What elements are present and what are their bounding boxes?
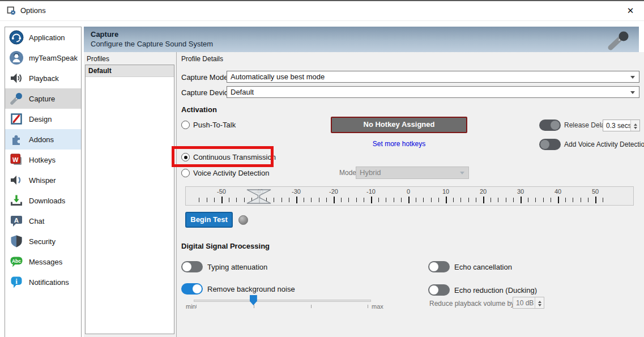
- meter-tick: [289, 198, 289, 202]
- meter-tick: [244, 198, 245, 202]
- spin-down-icon: [538, 304, 541, 308]
- meter-tick: [506, 198, 506, 202]
- capture-mode-value: Automatically use best mode: [231, 72, 325, 81]
- echo-cancellation-label: Echo cancellation: [454, 263, 512, 271]
- echo-cancellation-toggle[interactable]: [428, 261, 450, 272]
- echo-reduction-toggle[interactable]: [428, 284, 450, 296]
- page-header: Capture Configure the Capture Sound Syst…: [84, 27, 639, 52]
- sidebar-item-security[interactable]: Security: [5, 231, 81, 251]
- voice-activity-detection-radio[interactable]: [181, 169, 190, 177]
- spinner-arrows[interactable]: [535, 297, 544, 308]
- toggle-knob: [182, 262, 191, 271]
- begin-test-button[interactable]: Begin Test: [185, 212, 233, 228]
- options-window: Options ✕ Application myTeamSpeak: [0, 0, 644, 337]
- spin-up-icon: [634, 122, 637, 126]
- meter-tick-label: -20: [329, 188, 338, 195]
- window-title: Options: [20, 6, 46, 15]
- toggle-knob: [429, 262, 438, 271]
- meter-tick: [453, 198, 454, 202]
- sidebar-item-label: Whisper: [29, 176, 56, 185]
- meter-tick: [334, 197, 335, 203]
- meter-tick: [296, 197, 297, 203]
- slider-tick: [196, 305, 197, 308]
- meter-tick: [521, 197, 522, 203]
- capture-device-select[interactable]: Default: [227, 86, 639, 98]
- voice-activity-detection-label: Voice Activity Detection: [193, 169, 269, 177]
- sidebar-item-application[interactable]: Application: [5, 27, 81, 48]
- meter-tick: [551, 198, 551, 202]
- sidebar-item-messages[interactable]: Abc Messages: [5, 251, 81, 272]
- page-subtitle: Configure the Capture Sound System: [91, 40, 213, 48]
- sidebar-item-notifications[interactable]: i Notifications: [5, 272, 81, 292]
- noise-slider-track[interactable]: [194, 300, 371, 302]
- sidebar-item-addons[interactable]: Addons: [5, 129, 81, 150]
- add-vad-toggle[interactable]: [539, 139, 561, 150]
- release-delay-toggle[interactable]: [539, 120, 561, 131]
- sidebar-item-label: Downloads: [29, 197, 65, 205]
- typing-attenuation-toggle[interactable]: [181, 261, 203, 272]
- meter-tick: [565, 198, 566, 202]
- meter-tick: [603, 198, 603, 202]
- sidebar-item-playback[interactable]: Playback: [5, 68, 81, 88]
- meter-tick: [229, 198, 229, 202]
- meter-tick: [423, 198, 424, 202]
- title-bar: Options ✕: [0, 1, 644, 21]
- push-to-talk-radio[interactable]: [181, 121, 190, 129]
- echo-reduction-label: Echo reduction (Ducking): [454, 286, 537, 295]
- meter-tick: [326, 198, 327, 202]
- meter-tick-label: 40: [555, 188, 561, 195]
- svg-text:A: A: [14, 217, 19, 224]
- dsp-title: Digital Signal Processing: [181, 242, 270, 250]
- meter-tick: [199, 198, 199, 202]
- meter-tick: [311, 198, 312, 202]
- capture-mode-select[interactable]: Automatically use best mode: [227, 71, 639, 83]
- set-more-hotkeys-link[interactable]: Set more hotkeys: [331, 140, 467, 148]
- release-delay-spinner[interactable]: 0.3 secs: [603, 120, 640, 131]
- spinner-arrows[interactable]: [630, 120, 639, 131]
- close-button[interactable]: ✕: [621, 3, 639, 19]
- activation-title: Activation: [181, 105, 217, 114]
- meter-threshold-handle[interactable]: [246, 188, 272, 205]
- mode-value: Hybrid: [360, 168, 381, 177]
- sidebar-item-capture[interactable]: Capture: [5, 88, 81, 109]
- sidebar-item-downloads[interactable]: Downloads: [5, 190, 81, 211]
- svg-text:W: W: [12, 156, 19, 163]
- whisper-icon: [9, 173, 24, 187]
- mode-select: Hybrid: [356, 167, 469, 179]
- hotkeys-icon: W: [9, 152, 24, 167]
- sidebar-item-myteamspeak[interactable]: myTeamSpeak: [5, 48, 81, 68]
- sidebar-item-design[interactable]: Design: [5, 109, 81, 129]
- meter-tick: [371, 197, 372, 203]
- meter-tick: [386, 198, 386, 202]
- meter-tick: [581, 198, 581, 202]
- slider-tick: [254, 305, 254, 308]
- meter-tick-label: -50: [217, 188, 226, 195]
- profile-list-item[interactable]: Default: [86, 65, 174, 77]
- meter-tick: [491, 198, 491, 202]
- reduce-playback-label: Reduce playback volume by:: [429, 300, 516, 308]
- release-delay-value: 0.3 secs: [606, 122, 632, 130]
- remove-background-noise-toggle[interactable]: [181, 283, 203, 295]
- sidebar-item-hotkeys[interactable]: W Hotkeys: [5, 150, 81, 170]
- hotkey-assign-button[interactable]: No Hotkey Assigned: [331, 117, 467, 133]
- sidebar-item-label: Addons: [29, 135, 54, 144]
- profiles-list: Default: [85, 65, 174, 334]
- reduce-playback-spinner[interactable]: 10 dB: [513, 297, 544, 309]
- meter-tick: [498, 198, 498, 202]
- options-dialog-icon: [7, 6, 16, 15]
- playback-icon: [9, 71, 24, 86]
- meter-tick: [394, 198, 394, 202]
- sidebar-item-whisper[interactable]: Whisper: [5, 170, 81, 190]
- meter-tick: [319, 198, 319, 202]
- meter-tick: [588, 198, 588, 202]
- sidebar-item-label: Design: [29, 115, 52, 123]
- meter-tick: [476, 198, 476, 202]
- meter-tick: [558, 197, 559, 203]
- capture-icon: [9, 91, 24, 106]
- messages-icon: Abc: [9, 254, 24, 269]
- toggle-knob: [540, 140, 549, 149]
- meter-tick: [438, 198, 439, 202]
- meter-tick-label: 0: [407, 188, 410, 195]
- sidebar-item-chat[interactable]: A Chat: [5, 211, 81, 231]
- meter-tick: [535, 198, 536, 202]
